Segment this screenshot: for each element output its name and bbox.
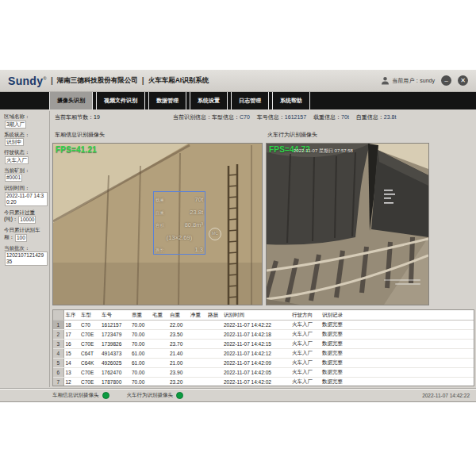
table-cell bbox=[206, 368, 222, 378]
menu-tab-1[interactable]: 摄像头识别 bbox=[49, 92, 93, 109]
page-title: 火车车厢AI识别系统 bbox=[148, 76, 209, 86]
info-row: 当前车厢节数：19 当前识别信息：车型信息：C70车号信息：1612157载重信… bbox=[54, 113, 474, 124]
main-area: 当前车厢节数：19 当前识别信息：车型信息：C70车号信息：1612157载重信… bbox=[52, 111, 474, 389]
table-cell: C64T bbox=[79, 349, 100, 359]
camera1-video-feed[interactable]: FPS=41.21 载重70t自重23.8t容积80.8m³(13×2.69)换… bbox=[52, 143, 263, 305]
table-cell: 70.00 bbox=[130, 378, 151, 387]
info-pair-value: 1612157 bbox=[285, 114, 306, 120]
marking-label: 载重 bbox=[155, 194, 164, 206]
table-row[interactable]: 316C70E173982670.0023.702022-11-07 14:42… bbox=[53, 340, 474, 349]
table-cell: C70E bbox=[79, 368, 100, 378]
table-row[interactable]: 415C64T491437361.0021.402022-11-07 14:42… bbox=[53, 349, 474, 359]
table-cell: 70.00 bbox=[130, 368, 151, 378]
status-bar: 车厢信息识别摄像头 火车行为识别摄像头 2022-11-07 14:42:22 bbox=[0, 389, 476, 401]
table-cell: 61.00 bbox=[130, 359, 151, 368]
table-row-number: 3 bbox=[53, 340, 63, 349]
table-cell bbox=[206, 359, 222, 368]
table-cell: 1723479 bbox=[100, 330, 130, 340]
sidebar-field-label: 行驶状态： bbox=[4, 149, 30, 155]
table-cell: 1762470 bbox=[100, 368, 130, 378]
table-cell: 14 bbox=[63, 359, 79, 368]
user-icon bbox=[381, 74, 390, 88]
table-row[interactable]: 514C64K492602561.0021.002022-11-07 14:42… bbox=[53, 359, 474, 368]
table-cell: 17 bbox=[63, 330, 79, 340]
camera1-title: 车厢信息识别摄像头 bbox=[55, 131, 105, 139]
table-cell: 2022-11-07 14:42:02 bbox=[222, 378, 290, 387]
table-cell: 2022-11-07 14:42:18 bbox=[222, 330, 290, 340]
info-pair: 自重信息：23.8t bbox=[356, 114, 397, 120]
close-button[interactable]: ✕ bbox=[458, 75, 468, 86]
marking-value: 80.8m³ bbox=[185, 219, 203, 231]
info-pair: 车号信息：1612157 bbox=[257, 114, 306, 120]
camera2-video-feed[interactable]: FPS=44.72 2022-11-07 星期日 07:57:58 bbox=[266, 143, 429, 305]
table-cell: 21.00 bbox=[168, 359, 189, 368]
marking-line: 载重70t bbox=[154, 194, 205, 206]
mc-stencil-badge: MC bbox=[209, 228, 221, 240]
table-header-cell: 行驶方向 bbox=[290, 310, 321, 321]
table-cell: 数据完整 bbox=[321, 321, 474, 330]
table-header-cell: 票重 bbox=[130, 310, 151, 321]
table-header-gutter bbox=[53, 310, 63, 321]
table-cell: C70E bbox=[79, 378, 100, 387]
table-row-number: 4 bbox=[53, 349, 63, 359]
sidebar-field-value: 120210712142935 bbox=[5, 251, 48, 266]
table-cell bbox=[206, 340, 222, 349]
table-row[interactable]: 118C70161215770.0022.002022-11-07 14:42:… bbox=[53, 321, 474, 330]
table-cell: 2022-11-07 14:42:15 bbox=[222, 340, 290, 349]
sidebar-field-1: 区域名称：3期入厂 bbox=[4, 113, 48, 129]
table-row[interactable]: 712C70E178780070.0023.202022-11-07 14:42… bbox=[53, 378, 474, 387]
table-row-number: 2 bbox=[53, 330, 63, 340]
table-row-number: 7 bbox=[53, 378, 63, 387]
minimize-button[interactable]: – bbox=[441, 75, 451, 86]
title-bar: Sundy® | 湖南三德科技股份有限公司 | 火车车厢AI识别系统 当前用户：… bbox=[0, 70, 476, 92]
info-pair-value: 23.8t bbox=[384, 114, 397, 120]
info-pair-label: 车型信息： bbox=[212, 114, 240, 120]
table-cell: 21.40 bbox=[168, 349, 189, 359]
table-cell: 火车入厂 bbox=[290, 349, 321, 359]
title-separator: | bbox=[51, 76, 53, 85]
marking-line: 换长1.3 bbox=[154, 244, 205, 256]
table-cell bbox=[189, 349, 206, 359]
table-header-cell: 车序 bbox=[63, 310, 79, 321]
marking-value: 70t bbox=[195, 194, 203, 205]
menu-tab-5[interactable]: 日志管理 bbox=[231, 92, 269, 109]
table-cell: 70.00 bbox=[130, 330, 151, 340]
table-cell: 数据完整 bbox=[321, 349, 474, 359]
menu-tab-4[interactable]: 系统设置 bbox=[190, 92, 228, 109]
table-cell: 1787800 bbox=[100, 378, 130, 387]
marking-line: 容积80.8m³ bbox=[154, 219, 205, 232]
table-cell bbox=[206, 378, 222, 387]
content-area: 区域名称：3期入厂系统状态：识别中行驶状态：火车入厂当前矿别：#0001识别时间… bbox=[0, 109, 476, 389]
company-name: 湖南三德科技股份有限公司 bbox=[57, 76, 138, 86]
sidebar-field-5: 识别时间：2022-11-07 14:30:20 bbox=[4, 185, 48, 206]
table-cell: 15 bbox=[63, 349, 79, 359]
info-pair: 车型信息：C70 bbox=[212, 114, 250, 120]
sidebar-field-label: 当前矿别： bbox=[4, 167, 30, 173]
menu-bar: 摄像头识别视频文件识别数据管理系统设置日志管理系统帮助 bbox=[0, 92, 476, 109]
table-header-cell: 车型 bbox=[79, 310, 100, 321]
table-row[interactable]: 613C70E176247070.0023.902022-11-07 14:42… bbox=[53, 368, 474, 378]
table-cell bbox=[189, 359, 206, 368]
table-cell bbox=[151, 368, 168, 378]
table-cell bbox=[189, 340, 206, 349]
app-window: Sundy® | 湖南三德科技股份有限公司 | 火车车厢AI识别系统 当前用户：… bbox=[0, 70, 476, 402]
table-cell: C64K bbox=[79, 359, 100, 368]
table-row-number: 5 bbox=[53, 359, 63, 368]
table-cell: C70E bbox=[79, 340, 100, 349]
menu-tab-2[interactable]: 视频文件识别 bbox=[96, 92, 145, 109]
camera1-online-dot bbox=[102, 392, 109, 399]
table-row[interactable]: 217C70E172347970.0023.502022-11-07 14:42… bbox=[53, 330, 474, 340]
watermark bbox=[384, 279, 420, 287]
table-header-cell: 识别时间 bbox=[222, 310, 290, 321]
info-pairs: 车型信息：C70车号信息：1612157载重信息：70t自重信息：23.8t bbox=[212, 114, 403, 120]
table-cell: 1612157 bbox=[100, 321, 130, 330]
table-cell bbox=[189, 330, 206, 340]
menu-tab-3[interactable]: 数据管理 bbox=[148, 92, 186, 109]
current-user-label: 当前用户：sundy bbox=[392, 77, 435, 85]
table-header-cell: 毛重 bbox=[151, 310, 168, 321]
menu-tab-6[interactable]: 系统帮助 bbox=[272, 92, 310, 109]
table-cell: 4914373 bbox=[100, 349, 130, 359]
marking-line: 自重23.8t bbox=[154, 206, 205, 219]
table-cell: 23.90 bbox=[168, 368, 189, 378]
sidebar-field-value: 火车入厂 bbox=[5, 156, 29, 164]
